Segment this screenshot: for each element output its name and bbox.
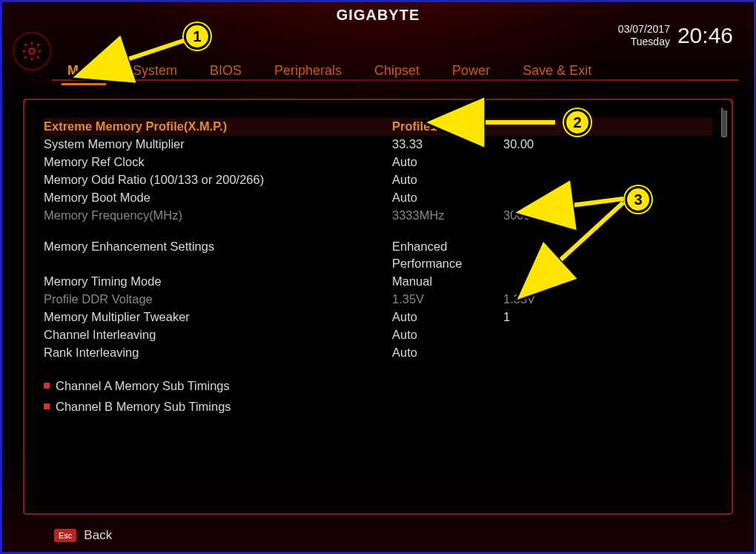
tab-chipset[interactable]: Chipset bbox=[368, 60, 425, 85]
setting-value[interactable]: Auto bbox=[392, 326, 503, 344]
setting-value[interactable]: Auto bbox=[392, 344, 503, 362]
subtiming-label: Channel B Memory Sub Timings bbox=[56, 396, 231, 417]
setting-value-secondary bbox=[503, 154, 607, 171]
scrollbar-thumb[interactable] bbox=[721, 108, 727, 137]
setting-value[interactable]: Auto bbox=[392, 171, 503, 189]
setting-label: Memory Boot Mode bbox=[44, 189, 392, 207]
setting-value[interactable]: Enhanced Performance bbox=[392, 238, 503, 274]
setting-value-secondary: 3000MHz bbox=[503, 207, 607, 225]
subtiming-link[interactable]: Channel B Memory Sub Timings bbox=[44, 396, 712, 417]
annotation-callout-1: 1 bbox=[184, 23, 210, 50]
subtiming-link[interactable]: Channel A Memory Sub Timings bbox=[44, 375, 712, 396]
time-text: 20:46 bbox=[677, 23, 733, 48]
setting-row[interactable]: Rank InterleavingAuto bbox=[44, 344, 712, 362]
setting-label: Memory Timing Mode bbox=[44, 273, 392, 291]
setting-value[interactable]: 33.33 bbox=[392, 136, 503, 154]
setting-label: Memory Frequency(MHz) bbox=[44, 207, 392, 225]
setting-label: Memory Ref Clock bbox=[44, 154, 392, 171]
tab-system[interactable]: System bbox=[127, 60, 183, 85]
setting-row[interactable]: Profile DDR Voltage1.35V1.35V bbox=[44, 291, 712, 309]
list-bullet-icon bbox=[44, 383, 50, 389]
setting-row[interactable]: System Memory Multiplier33.3330.00 bbox=[44, 136, 712, 154]
setting-row[interactable]: Memory Odd Ratio (100/133 or 200/266)Aut… bbox=[44, 171, 712, 189]
setting-row[interactable]: Channel InterleavingAuto bbox=[44, 326, 712, 344]
footer-back[interactable]: Esc Back bbox=[54, 528, 112, 543]
back-label: Back bbox=[84, 528, 112, 543]
tab-save-exit[interactable]: Save & Exit bbox=[517, 60, 597, 85]
setting-label: Channel Interleaving bbox=[44, 326, 392, 344]
setting-label: Memory Multiplier Tweaker bbox=[44, 309, 392, 326]
setting-row[interactable]: Memory Multiplier TweakerAuto1 bbox=[44, 309, 712, 326]
setting-label: Profile DDR Voltage bbox=[44, 291, 392, 309]
setting-value[interactable]: Auto bbox=[392, 309, 503, 326]
day-text: Tuesday bbox=[618, 36, 670, 48]
settings-panel: Extreme Memory Profile(X.M.P.)Profile1Sy… bbox=[23, 99, 733, 515]
setting-value-secondary bbox=[503, 118, 607, 136]
setting-value-secondary bbox=[503, 238, 607, 274]
setting-value-secondary bbox=[503, 344, 607, 362]
setting-row[interactable]: Memory Ref ClockAuto bbox=[44, 154, 712, 171]
gear-icon[interactable] bbox=[13, 32, 51, 70]
annotation-callout-3: 3 bbox=[625, 186, 651, 213]
setting-value-secondary: 1 bbox=[503, 309, 607, 326]
setting-value-secondary bbox=[503, 326, 607, 344]
scrollbar[interactable] bbox=[720, 108, 727, 506]
setting-label: Extreme Memory Profile(X.M.P.) bbox=[44, 118, 392, 136]
setting-value-secondary bbox=[503, 273, 607, 291]
annotation-callout-2: 2 bbox=[564, 109, 591, 136]
setting-row[interactable]: Memory Timing ModeManual bbox=[44, 273, 712, 291]
setting-row[interactable]: Memory Boot ModeAuto bbox=[44, 189, 712, 207]
datetime-block: 03/07/2017 Tuesday 20:46 bbox=[618, 23, 733, 48]
brand-logo: GIGABYTE bbox=[336, 7, 420, 24]
setting-row[interactable]: Memory Enhancement SettingsEnhanced Perf… bbox=[44, 238, 712, 274]
setting-row[interactable]: Extreme Memory Profile(X.M.P.)Profile1 bbox=[44, 118, 712, 136]
setting-value[interactable]: Profile1 bbox=[392, 118, 503, 136]
tab-underline bbox=[52, 79, 739, 81]
setting-value[interactable]: Auto bbox=[392, 189, 503, 207]
subtiming-label: Channel A Memory Sub Timings bbox=[56, 375, 230, 396]
setting-label: Memory Enhancement Settings bbox=[44, 238, 392, 274]
list-bullet-icon bbox=[44, 403, 50, 409]
tab-peripherals[interactable]: Peripherals bbox=[268, 60, 348, 85]
setting-label: System Memory Multiplier bbox=[44, 136, 392, 154]
tab-bar: M.I.T.SystemBIOSPeripheralsChipsetPowerS… bbox=[62, 60, 597, 85]
setting-value-secondary bbox=[503, 189, 607, 207]
tab-power[interactable]: Power bbox=[446, 60, 496, 85]
setting-label: Rank Interleaving bbox=[44, 344, 392, 362]
date-text: 03/07/2017 bbox=[618, 23, 670, 36]
setting-value-secondary: 30.00 bbox=[503, 136, 607, 154]
setting-value[interactable]: 1.35V bbox=[392, 291, 503, 309]
setting-value[interactable]: Manual bbox=[392, 273, 503, 291]
tab-bios[interactable]: BIOS bbox=[204, 60, 248, 85]
setting-value-secondary: 1.35V bbox=[503, 291, 607, 309]
setting-value[interactable]: 3333MHz bbox=[392, 207, 503, 225]
setting-row[interactable]: Memory Frequency(MHz)3333MHz3000MHz bbox=[44, 207, 712, 225]
esc-key-icon: Esc bbox=[54, 529, 76, 542]
setting-value-secondary bbox=[503, 171, 607, 189]
setting-label: Memory Odd Ratio (100/133 or 200/266) bbox=[44, 171, 392, 189]
svg-point-0 bbox=[29, 48, 35, 54]
tab-m-i-t[interactable]: M.I.T. bbox=[62, 60, 106, 85]
setting-value[interactable]: Auto bbox=[392, 154, 503, 171]
